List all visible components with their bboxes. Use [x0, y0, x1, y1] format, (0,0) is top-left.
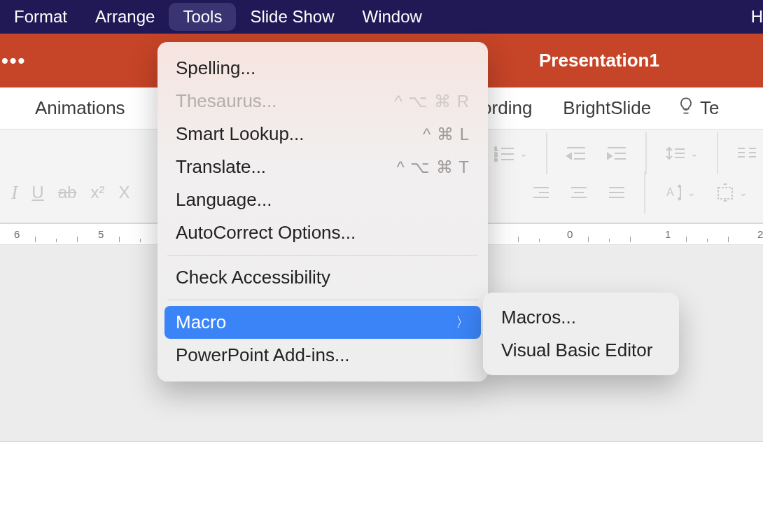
- tab-animations[interactable]: Animations: [0, 97, 141, 119]
- document-title: Presentation1: [539, 50, 659, 71]
- line-spacing-button[interactable]: ⌄: [655, 145, 708, 162]
- menu-item-label: Macro: [176, 312, 226, 333]
- menu-item-label: AutoCorrect Options...: [176, 222, 356, 244]
- strikethrough-button[interactable]: ab: [51, 183, 84, 202]
- autofit-button[interactable]: ⌄: [706, 183, 757, 202]
- tab-brightslide[interactable]: BrightSlide: [547, 97, 666, 119]
- ruler-number: 2: [757, 228, 763, 240]
- ruler-number: 5: [98, 228, 104, 240]
- menu-item-check-accessibility[interactable]: Check Accessibility: [158, 261, 488, 294]
- menu-slideshow[interactable]: Slide Show: [236, 3, 348, 31]
- menu-item-label: Thesaurus...: [176, 90, 277, 112]
- chevron-down-icon: ⌄: [739, 187, 748, 198]
- decrease-indent-button[interactable]: [556, 145, 596, 162]
- chevron-down-icon: ⌄: [690, 148, 699, 159]
- clear-format-button[interactable]: X: [111, 183, 136, 202]
- menu-item-label: Language...: [176, 189, 272, 211]
- menu-tools[interactable]: Tools: [169, 3, 236, 31]
- increase-indent-button[interactable]: [596, 145, 637, 162]
- chevron-right-icon: 〉: [456, 313, 470, 332]
- slide-canvas[interactable]: [0, 441, 763, 532]
- menu-item-label: Spelling...: [176, 57, 255, 79]
- svg-text:A: A: [666, 186, 674, 198]
- underline-button[interactable]: U: [24, 183, 50, 202]
- italic-button[interactable]: I: [4, 181, 24, 204]
- menu-item-autocorrect[interactable]: AutoCorrect Options...: [158, 216, 488, 249]
- menu-item-spelling[interactable]: Spelling...: [158, 52, 488, 85]
- menu-help-partial[interactable]: H: [737, 3, 763, 31]
- submenu-item-macros[interactable]: Macros...: [483, 301, 679, 334]
- ruler-number: 6: [14, 228, 20, 240]
- ruler-number: 1: [665, 228, 671, 240]
- menu-item-label: Check Accessibility: [176, 267, 330, 288]
- menu-item-label: PowerPoint Add-ins...: [176, 344, 350, 366]
- menu-item-label: Translate...: [176, 156, 266, 178]
- tab-tell-me-partial[interactable]: Te: [696, 97, 719, 119]
- menu-item-label: Visual Basic Editor: [501, 340, 652, 360]
- menu-item-smart-lookup[interactable]: Smart Lookup... ^ ⌘ L: [158, 118, 488, 150]
- svg-marker-7: [567, 153, 571, 159]
- numbered-list-button[interactable]: 123 ⌄: [484, 145, 538, 162]
- submenu-item-vbe[interactable]: Visual Basic Editor: [483, 334, 679, 367]
- menu-arrange[interactable]: Arrange: [81, 3, 169, 31]
- menu-item-macro[interactable]: Macro 〉: [164, 306, 481, 339]
- lightbulb-icon[interactable]: [676, 96, 696, 120]
- tools-menu-dropdown: Spelling... Thesaurus... ^ ⌥ ⌘ R Smart L…: [158, 42, 488, 382]
- menu-item-shortcut: ^ ⌘ L: [423, 125, 470, 144]
- columns-button[interactable]: [727, 145, 757, 162]
- menu-divider: [167, 255, 478, 255]
- menu-divider: [167, 300, 478, 300]
- svg-text:3: 3: [494, 157, 498, 162]
- menu-item-shortcut: ^ ⌥ ⌘ R: [394, 92, 470, 111]
- overflow-dots-icon[interactable]: •••: [0, 50, 26, 72]
- svg-marker-12: [608, 153, 612, 159]
- menu-item-thesaurus: Thesaurus... ^ ⌥ ⌘ R: [158, 85, 488, 118]
- chevron-down-icon: ⌄: [687, 187, 696, 198]
- ruler-number: 0: [567, 228, 573, 240]
- menu-item-label: Smart Lookup...: [176, 123, 304, 145]
- menu-item-label: Macros...: [501, 307, 576, 328]
- align-center-button[interactable]: [560, 185, 598, 200]
- menu-format[interactable]: Format: [0, 3, 81, 31]
- menu-item-shortcut: ^ ⌥ ⌘ T: [397, 158, 470, 177]
- align-justify-button[interactable]: [598, 185, 636, 200]
- menu-item-translate[interactable]: Translate... ^ ⌥ ⌘ T: [158, 150, 488, 183]
- chevron-down-icon: ⌄: [519, 148, 528, 159]
- macro-submenu: Macros... Visual Basic Editor: [483, 293, 679, 375]
- align-right-button[interactable]: [522, 185, 560, 200]
- text-direction-button[interactable]: A ⌄: [654, 183, 706, 202]
- superscript-button[interactable]: x²: [83, 183, 111, 202]
- menu-window[interactable]: Window: [349, 3, 436, 31]
- menu-item-language[interactable]: Language...: [158, 183, 488, 216]
- menu-item-addins[interactable]: PowerPoint Add-ins...: [158, 339, 488, 372]
- system-menubar: Format Arrange Tools Slide Show Window H: [0, 0, 763, 34]
- svg-rect-35: [718, 188, 732, 199]
